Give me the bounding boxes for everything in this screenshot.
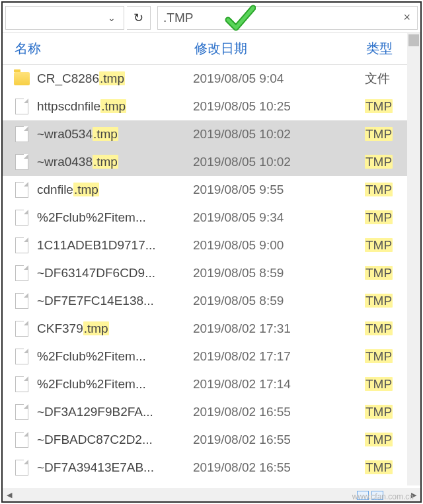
file-icon xyxy=(13,376,30,393)
file-row[interactable]: ~DFBADC87C2D2...2019/08/02 16:55TMP xyxy=(3,426,420,454)
file-list: CR_C8286.tmp2019/08/05 9:04文件httpscdnfil… xyxy=(3,65,420,488)
file-date: 2019/08/05 9:00 xyxy=(193,238,365,253)
file-name: ~DF3A129F9B2FA... xyxy=(37,405,193,419)
file-type: TMP xyxy=(365,183,402,197)
clear-search-icon[interactable]: × xyxy=(397,11,417,24)
file-date: 2019/08/02 16:55 xyxy=(193,433,365,447)
file-date: 2019/08/02 16:55 xyxy=(193,405,365,419)
refresh-button[interactable]: ↻ xyxy=(127,6,151,30)
file-type: TMP xyxy=(365,349,402,364)
file-name: CR_C8286.tmp xyxy=(37,71,193,86)
file-name: 1C11ADEB1D9717... xyxy=(37,238,193,253)
file-date: 2019/08/02 17:31 xyxy=(193,321,365,336)
file-date: 2019/08/05 9:55 xyxy=(193,183,365,197)
file-icon xyxy=(13,431,30,448)
file-name: ~DF7A39413E7AB... xyxy=(37,460,193,475)
file-name: %2Fclub%2Fitem... xyxy=(37,377,193,392)
file-row[interactable]: cdnfile.tmp2019/08/05 9:55TMP xyxy=(3,176,420,204)
file-row[interactable]: %2Fclub%2Fitem...2019/08/02 17:14TMP xyxy=(3,370,420,398)
file-type: TMP xyxy=(365,238,402,253)
file-icon xyxy=(13,237,30,254)
file-date: 2019/08/05 9:04 xyxy=(193,71,365,86)
file-row[interactable]: ~wra0438.tmp2019/08/05 10:02TMP xyxy=(3,148,420,176)
file-type: TMP xyxy=(365,294,402,308)
file-icon xyxy=(13,98,30,115)
file-date: 2019/08/05 10:25 xyxy=(193,99,365,114)
file-row[interactable]: ~DF7A39413E7AB...2019/08/02 16:55TMP xyxy=(3,454,420,482)
file-icon xyxy=(13,126,30,143)
address-bar[interactable]: ⌄ xyxy=(5,6,124,30)
search-input[interactable] xyxy=(158,11,397,25)
file-type: TMP xyxy=(365,377,402,392)
file-name: httpscdnfile.tmp xyxy=(37,99,193,114)
file-row[interactable]: httpscdnfile.tmp2019/08/05 10:25TMP xyxy=(3,93,420,120)
file-name: ~wra0534.tmp xyxy=(37,127,193,142)
column-header-type[interactable]: 类型 xyxy=(366,40,406,58)
file-name: ~DF7E7FC14E138... xyxy=(37,294,193,308)
vertical-scrollbar[interactable] xyxy=(407,33,420,485)
file-type: TMP xyxy=(365,210,402,225)
column-header-row: 名称 修改日期 类型 xyxy=(3,33,420,65)
file-date: 2019/08/05 10:02 xyxy=(193,155,365,169)
search-box[interactable]: × xyxy=(157,6,418,30)
file-name: ~DF63147DF6CD9... xyxy=(37,266,193,280)
file-name: %2Fclub%2Fitem... xyxy=(37,210,193,225)
file-row[interactable]: ~wra0534.tmp2019/08/05 10:02TMP xyxy=(3,120,420,148)
file-name: %2Fclub%2Fitem... xyxy=(37,349,193,364)
file-icon xyxy=(13,153,30,171)
file-date: 2019/08/05 8:59 xyxy=(193,294,365,308)
file-date: 2019/08/05 9:34 xyxy=(193,210,365,225)
file-date: 2019/08/05 10:02 xyxy=(193,127,365,142)
folder-icon xyxy=(13,70,30,87)
file-type: TMP xyxy=(365,155,402,169)
explorer-window: ⌄ ↻ × 名称 修改日期 类型 CR_C8286.tmp2019/08/05 … xyxy=(1,1,422,503)
file-icon xyxy=(13,348,30,365)
file-name: ~DFBADC87C2D2... xyxy=(37,433,193,447)
file-type: TMP xyxy=(365,321,402,336)
file-row[interactable]: 1C11ADEB1D9717...2019/08/05 9:00TMP xyxy=(3,231,420,259)
file-type: 文件 xyxy=(365,70,402,87)
file-icon xyxy=(13,320,30,337)
file-row[interactable]: ~DF63147DF6CD9...2019/08/05 8:59TMP xyxy=(3,259,420,287)
file-name: ~wra0438.tmp xyxy=(37,155,193,169)
file-type: TMP xyxy=(365,99,402,114)
file-date: 2019/08/05 8:59 xyxy=(193,266,365,280)
file-type: TMP xyxy=(365,127,402,142)
file-row[interactable]: ~DF3A129F9B2FA...2019/08/02 16:55TMP xyxy=(3,398,420,426)
file-name: cdnfile.tmp xyxy=(37,183,193,197)
watermark-text: www.cfan.com.cn xyxy=(352,492,414,501)
file-type: TMP xyxy=(365,405,402,419)
file-date: 2019/08/02 17:17 xyxy=(193,349,365,364)
file-row[interactable]: ~DF7E7FC14E138...2019/08/05 8:59TMP xyxy=(3,287,420,315)
scrollbar-thumb[interactable] xyxy=(408,34,419,46)
file-icon xyxy=(13,265,30,282)
file-row[interactable]: %2Fclub%2Fitem...2019/08/05 9:34TMP xyxy=(3,204,420,231)
toolbar: ⌄ ↻ × xyxy=(3,3,420,33)
file-type: TMP xyxy=(365,460,402,475)
column-header-date[interactable]: 修改日期 xyxy=(194,40,366,58)
file-icon xyxy=(13,181,30,198)
scroll-left-icon[interactable]: ◀ xyxy=(4,489,15,500)
file-row[interactable]: %2Fclub%2Fitem...2019/08/02 17:17TMP xyxy=(3,343,420,370)
file-type: TMP xyxy=(365,266,402,280)
file-icon xyxy=(13,403,30,421)
file-type: TMP xyxy=(365,433,402,447)
chevron-down-icon[interactable]: ⌄ xyxy=(104,11,120,24)
file-row[interactable]: CR_C8286.tmp2019/08/05 9:04文件 xyxy=(3,65,420,93)
file-icon xyxy=(13,459,30,476)
file-name: CKF379.tmp xyxy=(37,321,193,336)
file-row[interactable]: CKF379.tmp2019/08/02 17:31TMP xyxy=(3,315,420,343)
file-icon xyxy=(13,209,30,226)
file-date: 2019/08/02 17:14 xyxy=(193,377,365,392)
file-icon xyxy=(13,292,30,310)
file-date: 2019/08/02 16:55 xyxy=(193,460,365,475)
column-header-name[interactable]: 名称 xyxy=(3,40,194,58)
